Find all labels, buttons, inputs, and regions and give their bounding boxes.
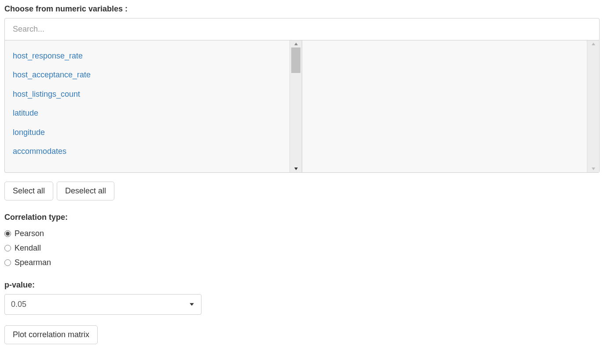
list-item[interactable]: longitude (13, 123, 282, 142)
pvalue-label: p-value: (4, 280, 600, 290)
scroll-thumb[interactable] (291, 47, 300, 73)
radio-label: Pearson (15, 229, 44, 238)
deselect-all-button[interactable]: Deselect all (57, 182, 114, 200)
scroll-down-icon[interactable] (587, 165, 599, 172)
variables-label: Choose from numeric variables : (4, 4, 600, 14)
selected-scrollbar[interactable] (587, 40, 599, 172)
correlation-radio-kendall[interactable]: Kendall (4, 241, 600, 255)
correlation-radio-group: PearsonKendallSpearman (4, 226, 600, 270)
selected-list[interactable] (302, 40, 587, 172)
list-item[interactable]: accommodates (13, 142, 282, 161)
available-list[interactable]: host_response_ratehost_acceptance_rateho… (5, 40, 289, 172)
correlation-radio-pearson[interactable]: Pearson (4, 226, 600, 241)
svg-marker-0 (294, 43, 298, 45)
list-item[interactable]: host_response_rate (13, 47, 282, 66)
radio-input[interactable] (4, 245, 11, 251)
pvalue-value: 0.05 (11, 300, 26, 309)
dual-list-container: host_response_ratehost_acceptance_rateho… (4, 40, 600, 173)
correlation-type-label: Correlation type: (4, 213, 600, 222)
available-list-pane: host_response_ratehost_acceptance_rateho… (5, 40, 302, 172)
available-scrollbar[interactable] (289, 40, 302, 172)
correlation-radio-spearman[interactable]: Spearman (4, 255, 600, 270)
selected-list-pane (302, 40, 599, 172)
search-input[interactable] (4, 18, 600, 40)
list-item[interactable]: host_listings_count (13, 85, 282, 104)
list-item[interactable]: host_acceptance_rate (13, 66, 282, 84)
pvalue-select[interactable]: 0.05 (4, 294, 201, 315)
scroll-up-icon[interactable] (290, 40, 302, 47)
plot-correlation-button[interactable]: Plot correlation matrix (4, 325, 98, 344)
radio-input[interactable] (4, 230, 11, 237)
svg-marker-1 (294, 167, 298, 170)
scroll-down-icon[interactable] (290, 165, 302, 172)
radio-input[interactable] (4, 259, 11, 266)
list-item[interactable]: latitude (13, 104, 282, 123)
radio-label: Kendall (15, 244, 41, 253)
select-all-button[interactable]: Select all (4, 182, 53, 200)
svg-marker-2 (592, 43, 595, 45)
scroll-up-icon[interactable] (587, 40, 599, 47)
radio-label: Spearman (15, 258, 51, 267)
svg-marker-3 (592, 167, 595, 170)
